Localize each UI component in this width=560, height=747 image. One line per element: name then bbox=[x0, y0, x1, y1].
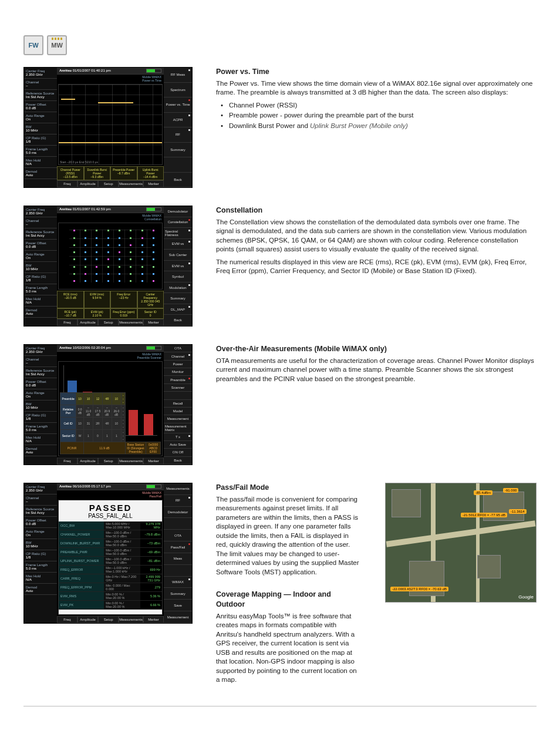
menu-acpr[interactable]: ACPR bbox=[164, 113, 192, 128]
softkey-amplitude[interactable]: Amplitude bbox=[77, 319, 98, 326]
menu-sub-carrier[interactable]: Sub Carrier bbox=[164, 250, 192, 261]
menu-spectrum[interactable]: Spectrum bbox=[164, 83, 192, 98]
softkey-amplitude[interactable]: Amplitude bbox=[77, 616, 98, 623]
map-measurement-tag: -21.5012 RF00 = -77.95 dB bbox=[461, 513, 507, 517]
param-carrier-freq: Carrier Freq2.350 GHz bbox=[24, 206, 57, 217]
param-max-hold: Max HoldN/A bbox=[24, 295, 57, 307]
softkey-setup[interactable]: Setup bbox=[98, 616, 119, 623]
menu-rf-meas[interactable]: RF Meas bbox=[164, 68, 192, 83]
param-frame-length: Frame Length5.0 ms bbox=[24, 423, 57, 434]
param-channel: Channel– bbox=[24, 79, 57, 90]
param-bw: BW10 MHz bbox=[24, 123, 57, 134]
readout: Preamble Power–8.7 dBm bbox=[110, 166, 137, 180]
menu-modulation[interactable]: Modulation bbox=[164, 282, 192, 294]
softkey-marker[interactable]: Marker bbox=[143, 180, 164, 187]
map-measurement-tag: -85.4dBm bbox=[474, 490, 492, 495]
pf-row-preamble_pwr: PREAMBLE_PWRMin:–100.0 dBm / Max:50.0 dB… bbox=[59, 548, 162, 557]
menu-meas[interactable]: Meas bbox=[164, 553, 192, 565]
readout: RCE (rms)–20.5 dB bbox=[57, 291, 84, 308]
menu-save[interactable]: Save bbox=[164, 600, 192, 611]
softkey-amplitude[interactable]: Amplitude bbox=[77, 180, 98, 187]
readout: Freq Error (ppm)0.019 bbox=[110, 308, 137, 319]
softkey-marker[interactable]: Marker bbox=[143, 319, 164, 326]
pf-row-evm_pk: EVM_PKMin:0.00 % / Max:20.00 %6.66 % bbox=[59, 601, 162, 610]
badge-mw: MW bbox=[47, 35, 67, 55]
param-reference-source: Reference SourceInt Std Accy bbox=[24, 228, 57, 240]
menu-on-off[interactable]: ON Off bbox=[164, 449, 192, 456]
param-max-hold: Max HoldN/A bbox=[24, 573, 57, 584]
battery-icon bbox=[146, 346, 161, 350]
softkey-amplitude[interactable]: Amplitude bbox=[77, 457, 98, 465]
readout: Downlink Burst Power–9.3 dBm bbox=[84, 166, 111, 180]
menu-ota[interactable]: OTA bbox=[164, 345, 192, 352]
menu-auto-save[interactable]: Auto Save bbox=[164, 441, 192, 449]
softkey-measurements[interactable]: Measurements bbox=[119, 457, 143, 465]
softkey-setup[interactable]: Setup bbox=[98, 180, 119, 187]
menu-measurement[interactable]: Measurement bbox=[164, 415, 192, 423]
menu-t-x[interactable]: T x bbox=[164, 433, 192, 441]
param-cp-ratio-g-: CP Ratio (G)1/8 bbox=[24, 273, 57, 284]
menu-monitor[interactable]: Monitor bbox=[164, 368, 192, 376]
softkey-freq[interactable]: Freq bbox=[57, 616, 77, 623]
param-channel: Channel– bbox=[24, 217, 57, 228]
map-measurement-tag: -22.0003 A52T:3 RF00 = -70.63 dB bbox=[390, 587, 448, 591]
param-frame-length: Frame Length5.0 ms bbox=[24, 284, 57, 295]
menu-summary[interactable]: Summary bbox=[164, 588, 192, 600]
menu-back[interactable]: Back bbox=[164, 173, 192, 188]
menu-channel[interactable]: Channel bbox=[164, 352, 192, 360]
pf-row-freq_error_ppm: FREQ_ERROR_PPMMin: 0.000 / Max: 0.000.27… bbox=[59, 583, 162, 592]
pf-row-channel_power: CHANNEL_POWERMin:–100.0 dBm / Max:50.0 d… bbox=[59, 530, 162, 539]
menu-measurement-matrix[interactable]: Measurement Matrix bbox=[164, 423, 192, 433]
softkey-measurements[interactable]: Measurements bbox=[119, 319, 143, 326]
menu-rf[interactable]: RF bbox=[164, 495, 192, 507]
menu-recall[interactable]: Recall bbox=[164, 400, 192, 408]
menu-constellation[interactable]: Constellation bbox=[164, 217, 192, 228]
menu-demodulator[interactable]: Demodulator bbox=[164, 507, 192, 519]
menu-model[interactable]: Model bbox=[164, 408, 192, 415]
google-logo: Google bbox=[518, 594, 534, 600]
menu-symbol[interactable]: Symbol bbox=[164, 271, 192, 282]
menu-wimax[interactable]: WiMAX bbox=[164, 577, 192, 588]
param-bw: BW10 MHz bbox=[24, 539, 57, 550]
menu-measurements[interactable]: Measurements bbox=[164, 483, 192, 495]
menu-power-vs-time[interactable]: Power vs. Time bbox=[164, 97, 192, 113]
menu-preamble[interactable]: Preamble bbox=[164, 376, 192, 383]
menu-summary[interactable]: Summary bbox=[164, 143, 192, 158]
readout: EVM (rms)9.54 % bbox=[84, 291, 111, 308]
param-carrier-freq: Carrier Freq2.350 GHz bbox=[24, 345, 57, 356]
ota-bar-plot: Preamble1010124R10---Relative Pwr0.0 dB–… bbox=[58, 361, 163, 456]
param-power-offset: Power Offset0.0 dB bbox=[24, 101, 57, 112]
softkey-measurements[interactable]: Measurements bbox=[119, 616, 143, 623]
coverage-map: Google -85.4dBm-91.000-21.5012 RF00 = -7… bbox=[385, 483, 537, 603]
menu-demodulator[interactable]: Demodulator bbox=[164, 206, 192, 217]
softkey-marker[interactable]: Marker bbox=[143, 457, 164, 465]
param-power-offset: Power Offset0.0 dB bbox=[24, 378, 57, 389]
menu-summary[interactable]: Summary bbox=[164, 293, 192, 304]
softkey-marker[interactable]: Marker bbox=[143, 616, 164, 623]
menu-spectral-flatness[interactable]: Spectral Flatness bbox=[164, 228, 192, 239]
param-max-hold: Max HoldN/A bbox=[24, 434, 57, 445]
figure-power-vs-time: Carrier Freq2.350 GHzChannel–Reference S… bbox=[23, 67, 193, 188]
menu-rf[interactable]: RF bbox=[164, 127, 192, 143]
menu-evm-vs[interactable]: EVM vs bbox=[164, 261, 192, 272]
menu-power[interactable]: Power bbox=[164, 361, 192, 368]
menu-measurement[interactable]: Measurement bbox=[164, 611, 192, 623]
menu-evm-vs[interactable]: EVM vs bbox=[164, 239, 192, 250]
menu-scanner[interactable]: Scanner bbox=[164, 384, 192, 392]
param-bw: BW10 MHz bbox=[24, 401, 57, 412]
param-frame-length: Frame Length5.0 ms bbox=[24, 561, 57, 573]
param-reference-source: Reference SourceInt Std Accy bbox=[24, 367, 57, 378]
softkey-setup[interactable]: Setup bbox=[98, 457, 119, 465]
softkey-freq[interactable]: Freq bbox=[57, 319, 77, 326]
readout: Carrier Frequency2.350 000 045 GHz bbox=[137, 291, 164, 308]
menu-pass-fail[interactable]: Pass/Fail bbox=[164, 541, 192, 553]
softkey-freq[interactable]: Freq bbox=[57, 180, 77, 187]
param-max-hold: Max HoldN/A bbox=[24, 157, 57, 168]
softkey-freq[interactable]: Freq bbox=[57, 457, 77, 465]
softkey-setup[interactable]: Setup bbox=[98, 319, 119, 326]
menu-ota[interactable]: OTA bbox=[164, 530, 192, 541]
menu-back[interactable]: Back bbox=[164, 315, 192, 326]
menu-dl-map[interactable]: DL_MAP bbox=[164, 304, 192, 315]
menu-back[interactable]: Back bbox=[164, 457, 192, 465]
softkey-measurements[interactable]: Measurements bbox=[119, 180, 143, 187]
